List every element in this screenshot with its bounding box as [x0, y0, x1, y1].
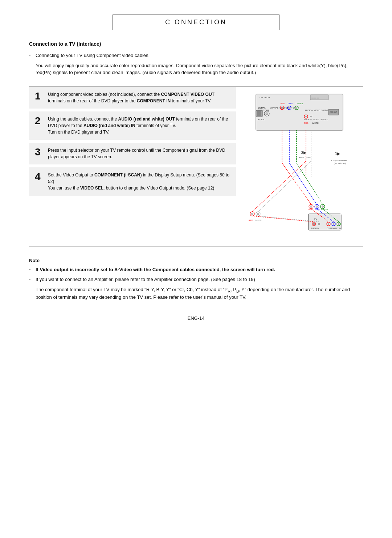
- note-section: Note If Video output is incorrectly set …: [29, 258, 363, 301]
- note-bullets-list: If Video output is incorrectly set to S-…: [29, 266, 363, 301]
- step-3-number: 3: [35, 147, 44, 157]
- diagram-column: ▪ ▪ ▪ ▪ ▪ ▪ ▪ ▪ ▬ ▬ ▬ DIGITAL AUDIO OUT …: [240, 87, 363, 246]
- svg-point-70: [310, 205, 312, 207]
- note-label: Note: [29, 258, 363, 263]
- step-1-text: Using component video cables (not includ…: [48, 91, 230, 104]
- svg-point-20: [266, 113, 268, 115]
- step-4-block: 4 Set the Video Output to COMPONENT (I-S…: [29, 167, 236, 196]
- note-bullet-2: If you want to connect to an Amplifier, …: [29, 276, 363, 283]
- svg-point-68: [257, 213, 259, 215]
- step-2-block: 2 Using the audio cables, connect the AU…: [29, 111, 236, 140]
- svg-text:AUDIO IN: AUDIO IN: [311, 227, 319, 229]
- connection-diagram-svg: ▪ ▪ ▪ ▪ ▪ ▪ ▪ ▪ ▬ ▬ ▬ DIGITAL AUDIO OUT …: [245, 90, 358, 243]
- svg-text:OPTICAL: OPTICAL: [257, 118, 265, 121]
- svg-point-74: [322, 205, 324, 207]
- section-heading: Connection to a TV (Interlace): [29, 41, 363, 47]
- svg-text:RED: RED: [304, 122, 309, 124]
- svg-text:COMPONENT IN: COMPONENT IN: [327, 227, 341, 229]
- step-3-text: Press the input selector on your TV remo…: [48, 147, 230, 160]
- svg-text:TV: TV: [314, 218, 317, 221]
- svg-text:Audio Cable: Audio Cable: [299, 156, 311, 159]
- svg-line-81: [258, 161, 311, 212]
- svg-line-82: [282, 163, 311, 204]
- steps-column: 1 Using component video cables (not incl…: [29, 87, 240, 246]
- svg-point-16: [296, 107, 297, 109]
- svg-text:AUDIO—: AUDIO—: [305, 109, 313, 111]
- svg-point-27: [305, 116, 307, 117]
- svg-text:▪ ▪ ▪ ▪ ▪ ▪ ▪ ▪: ▪ ▪ ▪ ▪ ▪ ▪ ▪ ▪: [260, 97, 270, 99]
- step-1-block: 1 Using component video cables (not incl…: [29, 87, 236, 109]
- svg-point-55: [333, 223, 334, 225]
- svg-text:VIDEO: VIDEO: [314, 109, 320, 111]
- svg-text:BLUE: BLUE: [288, 102, 293, 105]
- svg-text:▬ ▬ ▬: ▬ ▬ ▬: [311, 97, 319, 99]
- svg-rect-18: [257, 111, 261, 116]
- svg-text:AUDIO—: AUDIO—: [304, 118, 312, 121]
- svg-text:Component cable: Component cable: [331, 159, 347, 162]
- step-2-number: 2: [35, 116, 44, 126]
- svg-text:HDMI OUT: HDMI OUT: [329, 111, 337, 113]
- svg-text:GREEN: GREEN: [296, 102, 303, 105]
- note-bullet-1: If Video output is incorrectly set to S-…: [29, 266, 363, 273]
- intro-bullet-2: You will enjoy high quality and accurate…: [29, 62, 363, 76]
- svg-line-83: [289, 163, 317, 204]
- svg-text:1▶: 1▶: [335, 152, 340, 156]
- note-bullet-3: The component terminal of your TV may be…: [29, 286, 363, 301]
- svg-point-51: [318, 223, 320, 225]
- diagram-svg: ▪ ▪ ▪ ▪ ▪ ▪ ▪ ▪ ▬ ▬ ▬ DIGITAL AUDIO OUT …: [245, 90, 358, 243]
- page-footer: ENG-14: [29, 315, 363, 321]
- svg-text:2▶: 2▶: [301, 151, 307, 155]
- step-4-number: 4: [35, 172, 44, 182]
- svg-text:COAXIAL: COAXIAL: [270, 107, 278, 109]
- svg-point-12: [281, 107, 283, 109]
- svg-point-53: [328, 223, 329, 225]
- svg-text:VIDEO: VIDEO: [313, 118, 319, 121]
- page-title: C ONNECTION: [165, 19, 227, 26]
- svg-point-49: [313, 223, 315, 225]
- intro-bullets: Connecting to your TV using Component vi…: [29, 52, 363, 76]
- svg-text:S-VIDEO: S-VIDEO: [320, 118, 328, 121]
- step-3-block: 3 Press the input selector on your TV re…: [29, 143, 236, 164]
- svg-point-29: [310, 116, 312, 117]
- page-number: ENG-14: [188, 315, 205, 321]
- svg-text:WHITE: WHITE: [255, 219, 262, 221]
- step-1-number: 1: [35, 91, 44, 101]
- svg-point-57: [338, 223, 339, 225]
- svg-text:(not included): (not included): [334, 162, 346, 164]
- svg-line-84: [297, 163, 323, 204]
- intro-bullet-1: Connecting to your TV using Component vi…: [29, 52, 363, 59]
- svg-text:RED: RED: [249, 219, 253, 221]
- svg-line-80: [252, 161, 306, 212]
- svg-point-14: [289, 107, 290, 109]
- svg-text:WHITE: WHITE: [312, 122, 319, 124]
- step-4-text: Set the Video Output to COMPONENT (I-SCA…: [48, 172, 230, 191]
- svg-text:RED: RED: [281, 102, 285, 105]
- step-2-text: Using the audio cables, connect the AUDI…: [48, 116, 230, 135]
- steps-diagram-wrapper: 1 Using component video cables (not incl…: [29, 86, 363, 247]
- svg-point-66: [252, 213, 253, 215]
- page-title-box: C ONNECTION: [113, 15, 279, 30]
- svg-point-72: [316, 205, 318, 207]
- svg-text:DIGITAL: DIGITAL: [258, 107, 266, 109]
